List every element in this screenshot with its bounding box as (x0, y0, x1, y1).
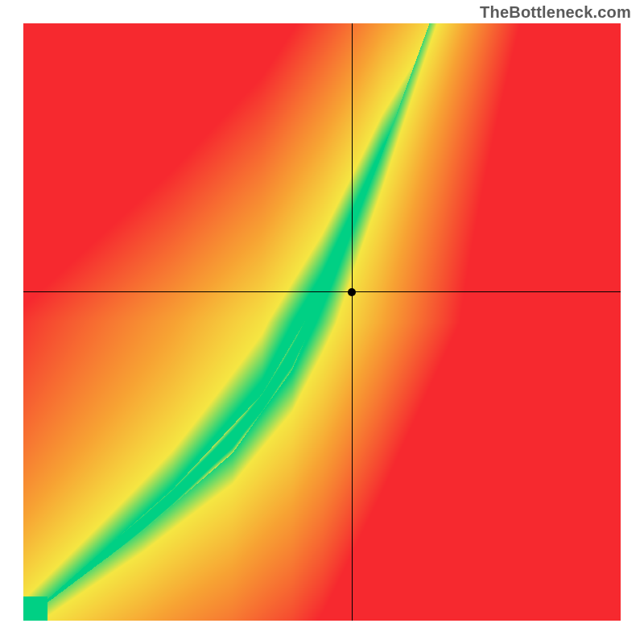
heatmap-canvas (23, 23, 621, 621)
crosshair-vertical (352, 23, 353, 621)
intersection-marker[interactable] (348, 288, 356, 296)
heatmap-plot (23, 23, 621, 621)
crosshair-horizontal (23, 291, 621, 292)
watermark-text: TheBottleneck.com (480, 3, 631, 22)
